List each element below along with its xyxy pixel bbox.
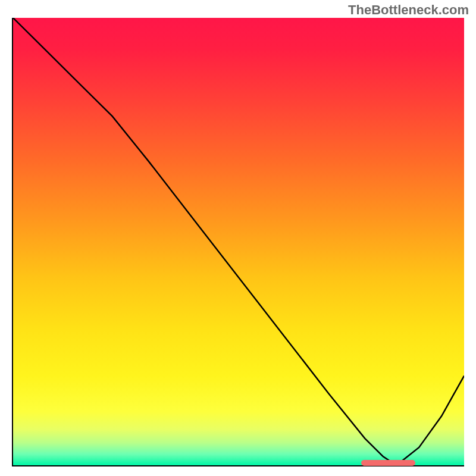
optimal-range-marker [361,460,415,466]
chart-plot-area [12,18,464,466]
line-chart-svg [13,18,464,465]
watermark-text: TheBottleneck.com [348,2,469,18]
bottleneck-curve-line [13,18,464,465]
